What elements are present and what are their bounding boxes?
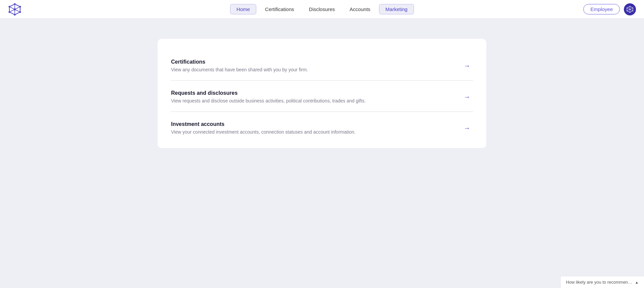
svg-point-19 (627, 10, 627, 11)
logo[interactable] (8, 3, 21, 16)
svg-point-10 (14, 8, 16, 10)
svg-point-9 (9, 6, 10, 7)
nav-disclosures[interactable]: Disclosures (303, 4, 341, 14)
svg-point-7 (14, 14, 16, 15)
disclosures-arrow-button[interactable]: → (461, 92, 473, 102)
certifications-header: Certifications View any documents that h… (171, 59, 473, 72)
main-content: Certifications View any documents that h… (0, 19, 644, 168)
investment-arrow-button[interactable]: → (461, 123, 473, 133)
investment-item: Investment accounts View your connected … (171, 112, 473, 143)
nav-links: Home Certifications Disclosures Accounts… (230, 4, 414, 14)
investment-arrow-icon: → (464, 124, 470, 132)
svg-point-20 (627, 7, 627, 8)
disclosures-item: Requests and disclosures View requests a… (171, 81, 473, 112)
feedback-bar[interactable]: How likely are you to recommen… ▲ (560, 276, 644, 288)
nav-accounts[interactable]: Accounts (343, 4, 376, 14)
chevron-up-icon: ▲ (635, 280, 639, 284)
card: Certifications View any documents that h… (158, 39, 486, 148)
disclosures-text: Requests and disclosures View requests a… (171, 90, 366, 103)
investment-text: Investment accounts View your connected … (171, 121, 356, 135)
investment-header: Investment accounts View your connected … (171, 121, 473, 135)
investment-description: View your connected investment accounts,… (171, 129, 356, 135)
svg-point-8 (9, 11, 10, 13)
nav-certifications[interactable]: Certifications (259, 4, 300, 14)
svg-point-17 (633, 10, 633, 11)
svg-point-18 (630, 12, 630, 12)
svg-point-4 (14, 3, 16, 5)
feedback-label: How likely are you to recommen… (566, 280, 632, 285)
nav-home[interactable]: Home (230, 4, 256, 14)
disclosures-header: Requests and disclosures View requests a… (171, 90, 473, 103)
svg-point-5 (19, 6, 21, 7)
certifications-title: Certifications (171, 59, 308, 65)
certifications-arrow-button[interactable]: → (461, 61, 473, 71)
svg-point-16 (633, 7, 633, 8)
certifications-arrow-icon: → (464, 62, 470, 69)
svg-point-15 (630, 6, 630, 7)
nav-right: Employee (583, 3, 636, 15)
certifications-description: View any documents that have been shared… (171, 67, 308, 72)
nav-marketing[interactable]: Marketing (379, 4, 414, 14)
disclosures-arrow-icon: → (464, 93, 470, 100)
certifications-item: Certifications View any documents that h… (171, 50, 473, 81)
employee-button[interactable]: Employee (583, 4, 620, 14)
avatar[interactable] (624, 3, 636, 15)
disclosures-description: View requests and disclose outside busin… (171, 98, 366, 103)
disclosures-title: Requests and disclosures (171, 90, 366, 96)
certifications-text: Certifications View any documents that h… (171, 59, 308, 72)
svg-point-6 (19, 11, 21, 13)
navbar: Home Certifications Disclosures Accounts… (0, 0, 644, 19)
investment-title: Investment accounts (171, 121, 356, 127)
svg-point-21 (630, 9, 631, 10)
